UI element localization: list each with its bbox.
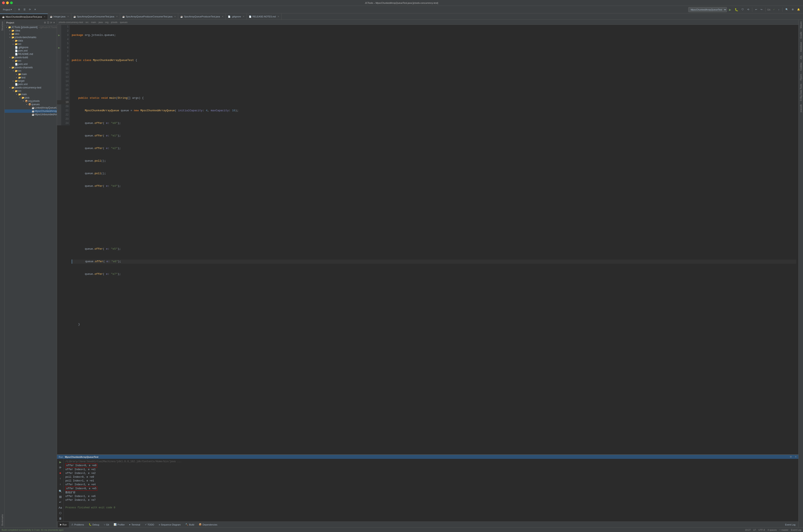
gradle-panel-btn[interactable]: Gradle bbox=[799, 30, 803, 40]
run-play-btn[interactable]: ▶ bbox=[58, 460, 63, 464]
toolbar-btn-sync[interactable]: ⟳ bbox=[28, 7, 32, 12]
tab-profiler[interactable]: 📊 Profiler bbox=[112, 522, 127, 527]
tree-channels-target[interactable]: ▸ 📂 target bbox=[5, 79, 57, 82]
tab-gitignore[interactable]: 📄 .gitignore ✕ bbox=[226, 14, 247, 19]
tree-root[interactable]: ▾ 📁 JCTools [jctools-parent] ~/github/JC… bbox=[5, 25, 57, 29]
tree-ct-main[interactable]: ▾ 📂 main bbox=[5, 93, 57, 96]
tab-spsc-producer-consumer[interactable]: ☕ SpscArrayQueueProducerConsumerTest.jav… bbox=[120, 14, 179, 19]
tree-channels-pom[interactable]: 📄 pom.xml bbox=[5, 82, 57, 86]
project-dropdown[interactable]: Project ▾ bbox=[2, 7, 13, 12]
search-button[interactable]: 🔍 bbox=[784, 7, 789, 12]
tree-ct-queues[interactable]: ▾ 📦 queues bbox=[5, 103, 57, 106]
git-check-button[interactable]: ✓ bbox=[772, 7, 776, 12]
tab-close-icon[interactable]: ✕ bbox=[174, 16, 176, 18]
tree-ct-src[interactable]: ▾ 📂 src bbox=[5, 89, 57, 93]
jql-panel-btn[interactable]: JQL bbox=[799, 54, 803, 61]
code-content[interactable]: package org.jctools.queues; public class… bbox=[70, 25, 798, 454]
tab-close-icon[interactable]: ✕ bbox=[222, 16, 224, 18]
run-external-btn[interactable]: ⬡ bbox=[58, 511, 63, 515]
minimize-button[interactable] bbox=[6, 1, 9, 4]
sidebar-close-icon[interactable]: ✕ bbox=[53, 21, 55, 24]
tab-close-icon[interactable]: ✕ bbox=[243, 16, 244, 18]
close-button[interactable] bbox=[2, 1, 5, 4]
database-panel-btn[interactable]: Database bbox=[799, 40, 803, 54]
tree-ides[interactable]: ▸ 📂 ides bbox=[5, 32, 57, 36]
maven-panel-btn[interactable]: Maven bbox=[799, 20, 803, 30]
code-editor[interactable]: 1 2 ▶ 3 4 5 ▶ bbox=[57, 25, 798, 454]
tab-terminal[interactable]: ▸ Terminal bbox=[127, 522, 142, 527]
bigdata-panel-btn[interactable]: D Big Data Tools bbox=[799, 82, 803, 103]
toolbar-btn-settings[interactable]: ⚙ bbox=[17, 7, 21, 12]
tab-build[interactable]: 🔨 Build bbox=[183, 522, 196, 527]
tree-benchmarks-data[interactable]: ▸ 📂 data bbox=[5, 39, 57, 42]
tree-channels-test[interactable]: ▸ 📂 test bbox=[5, 76, 57, 79]
bookmarks-panel-btn[interactable]: Bookmarks bbox=[0, 513, 4, 527]
tab-close-icon[interactable]: ✕ bbox=[67, 16, 69, 18]
flyern-panel-btn[interactable]: Flyern bbox=[799, 72, 803, 82]
run-settings-icon[interactable]: ⚙ bbox=[790, 455, 792, 458]
tree-channels[interactable]: ▾ 📂 jctools-channels bbox=[5, 66, 57, 69]
tree-build-src[interactable]: ▸ 📂 src bbox=[5, 59, 57, 62]
tree-benchmarks-src[interactable]: ▸ 📂 src bbox=[5, 42, 57, 46]
notifications-button[interactable]: 🔔 bbox=[796, 7, 801, 12]
toolbar-btn-close[interactable]: ✕ bbox=[33, 7, 37, 12]
codeka-panel-btn[interactable]: Codeka bbox=[799, 61, 803, 72]
tree-ct-org[interactable]: ▾ 📦 org.jctools bbox=[5, 99, 57, 103]
profile-button[interactable]: ⟲ bbox=[746, 7, 750, 12]
run-down-btn[interactable]: ↓ bbox=[58, 481, 63, 486]
debug-button[interactable]: 🐛 bbox=[733, 7, 740, 12]
tab-spsc-producer[interactable]: ☕ SpscArrayQueueProducerTest.java ✕ bbox=[178, 14, 226, 19]
tab-close-icon[interactable]: ✕ bbox=[278, 16, 279, 18]
tab-sequence[interactable]: ≡ Sequence Diagram bbox=[156, 522, 183, 527]
structure-panel-btn[interactable]: Structure bbox=[0, 20, 4, 33]
tab-git[interactable]: ⑂ Git bbox=[102, 522, 111, 527]
tree-linked-array-test[interactable]: ☕ LinkedArrayQueueUtilTest bbox=[5, 106, 57, 109]
run-up-btn[interactable]: ↑ bbox=[58, 476, 63, 481]
tree-mpsc-unbounded-test[interactable]: ☕ MpscUnboundedArrayQueueTest bbox=[5, 113, 57, 116]
tab-integer[interactable]: ☕ Integer.java ✕ bbox=[48, 14, 71, 19]
tab-run[interactable]: ▶ Run bbox=[58, 522, 69, 527]
tree-channels-src[interactable]: ▾ 📂 src bbox=[5, 69, 57, 73]
run-rerun-btn[interactable]: ⟳ bbox=[58, 465, 63, 470]
tree-benchmarks[interactable]: ▾ 📂 jctools-benchmarks bbox=[5, 36, 57, 39]
tree-ct-java[interactable]: ▾ 📂 java bbox=[5, 96, 57, 99]
tree-build[interactable]: ▾ 📂 jctools-build bbox=[5, 56, 57, 59]
run-close-icon[interactable]: ✕ bbox=[795, 455, 797, 458]
tree-concurrency-test[interactable]: ▾ 📂 jctools-concurrency-test bbox=[5, 86, 57, 89]
settings-button[interactable]: ⚙ bbox=[790, 7, 795, 12]
run-stop-btn[interactable]: ■ bbox=[58, 471, 63, 475]
undo-button[interactable]: ↩ bbox=[754, 7, 758, 12]
run-filter-btn[interactable]: ▤ bbox=[58, 494, 63, 499]
sidebar-settings-icon[interactable]: ⚙ bbox=[44, 21, 46, 24]
tab-dependencies[interactable]: 📦 Dependencies bbox=[197, 522, 219, 527]
tree-gitignore1[interactable]: 📄 .gitignore bbox=[5, 46, 57, 49]
tab-spsc-consumer[interactable]: ☕ SpscArrayQueueConsumerTest.java ✕ bbox=[71, 14, 120, 19]
git-branch-status[interactable]: ⑂ master bbox=[779, 529, 788, 531]
run-search-icon[interactable]: 🔍 bbox=[58, 489, 63, 493]
run-case-btn[interactable]: Aa bbox=[58, 505, 63, 510]
run-button[interactable]: ▶ bbox=[728, 7, 732, 12]
event-log-btn[interactable]: Event Log bbox=[783, 522, 798, 527]
coverage-button[interactable]: ⛉ bbox=[740, 8, 745, 12]
run-config-dropdown[interactable]: MpscChunkedArrayQueueTest bbox=[688, 7, 727, 12]
tree-readme1[interactable]: 📄 README.md bbox=[5, 52, 57, 56]
tab-close-icon[interactable]: ✕ bbox=[116, 16, 118, 18]
tree-idea[interactable]: ▸ 📂 .idea bbox=[5, 29, 57, 32]
tab-problems[interactable]: ⚠ Problems bbox=[69, 522, 86, 527]
tab-close-icon[interactable]: ✕ bbox=[44, 16, 45, 18]
tree-channels-main[interactable]: ▸ 📂 main bbox=[5, 73, 57, 76]
event-log-status[interactable]: Event Log bbox=[791, 529, 801, 531]
tab-todo[interactable]: ✓ TODO bbox=[143, 522, 156, 527]
run-wrap-btn[interactable]: ↵ bbox=[58, 500, 63, 504]
tab-mpsc-chunked[interactable]: ☕ MpscChunkedArrayQueueTest.java ✕ bbox=[0, 14, 48, 19]
tree-pom1[interactable]: 📄 pom.xml bbox=[5, 49, 57, 52]
run-trash-btn[interactable]: 🗑 bbox=[58, 516, 63, 521]
jcassdb-panel-btn[interactable]: jcassdb bbox=[799, 103, 803, 114]
sidebar-sync-icon[interactable]: ⟳ bbox=[50, 21, 52, 24]
maximize-button[interactable] bbox=[10, 1, 13, 4]
tree-mpsc-chunked-test[interactable]: ☕ MpscChunkedArrayQueueTest bbox=[5, 109, 57, 113]
redo-button[interactable]: ↪ bbox=[759, 7, 764, 12]
tab-release-notes[interactable]: 📄 RELEASE-NOTES.md ✕ bbox=[247, 14, 282, 19]
sidebar-layout-icon[interactable]: ☰ bbox=[47, 21, 49, 24]
toolbar-btn-layout[interactable]: ☰ bbox=[22, 7, 27, 12]
